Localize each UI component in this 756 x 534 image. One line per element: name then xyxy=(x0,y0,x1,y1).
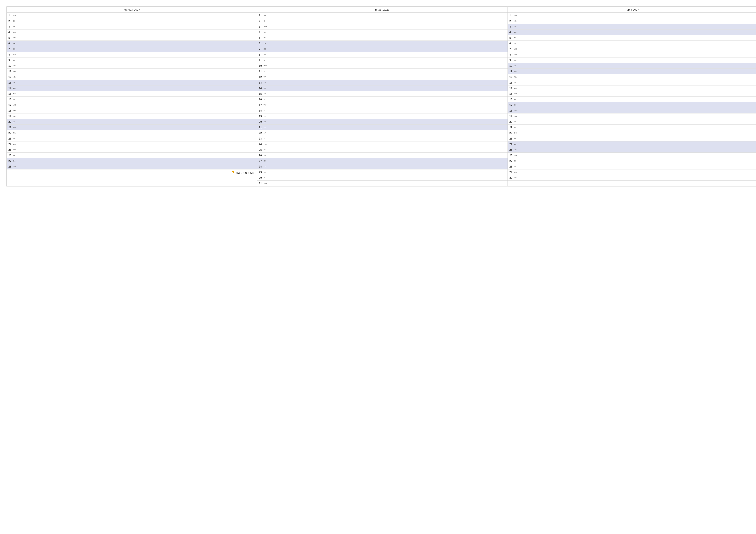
day-number: 23 xyxy=(509,137,514,140)
day-name: ZO xyxy=(263,165,266,167)
day-row: 19VR xyxy=(7,114,257,119)
day-name: ZO xyxy=(13,165,15,167)
day-name: ZO xyxy=(13,48,15,50)
day-row: 27ZA xyxy=(257,158,507,164)
day-row: 6ZA xyxy=(257,41,507,46)
day-number: 16 xyxy=(9,98,13,101)
day-name: MA xyxy=(263,14,266,16)
day-name: WO xyxy=(514,126,517,128)
day-row: 11DO xyxy=(7,69,257,74)
day-row: 16DI xyxy=(7,97,257,102)
day-name: VR xyxy=(514,59,517,61)
day-name: MA xyxy=(13,54,16,56)
day-number: 15 xyxy=(259,92,263,95)
day-row: 12VR xyxy=(257,74,507,80)
day-row: 5VR xyxy=(257,35,507,41)
day-number: 21 xyxy=(509,126,514,129)
day-name: ZA xyxy=(13,160,15,162)
day-row: 15MA xyxy=(257,91,507,97)
day-name: ZO xyxy=(514,149,517,151)
month-header: maart 2027 xyxy=(257,7,507,13)
day-number: 2 xyxy=(509,20,514,23)
day-number: 9 xyxy=(9,59,13,62)
day-name: VR xyxy=(13,115,15,117)
day-number: 20 xyxy=(259,120,263,123)
day-row: 26VR xyxy=(7,153,257,158)
day-number: 3 xyxy=(509,25,514,28)
day-number: 8 xyxy=(259,53,263,56)
day-number: 13 xyxy=(509,81,514,84)
month-col-3: april 20271DO2VR3ZA4ZO5MA6DI7WO8DO9VR10Z… xyxy=(508,7,756,186)
day-name: ZO xyxy=(263,126,266,128)
day-row: 12VR xyxy=(7,74,257,80)
day-number: 16 xyxy=(259,98,263,101)
day-number: 14 xyxy=(259,87,263,90)
day-name: MA xyxy=(514,37,517,39)
day-row: 13ZA xyxy=(257,80,507,86)
day-row: 17WO xyxy=(257,102,507,108)
day-row: 24ZA xyxy=(508,141,756,147)
day-name: DI xyxy=(263,59,265,61)
day-number: 12 xyxy=(259,76,263,79)
day-number: 19 xyxy=(509,115,514,118)
day-number: 14 xyxy=(9,87,13,90)
day-name: ZO xyxy=(514,31,517,33)
day-row: 13DI xyxy=(508,80,756,86)
day-name: VR xyxy=(13,76,15,78)
day-name: DI xyxy=(263,138,265,140)
day-number: 5 xyxy=(509,37,514,39)
day-number: 28 xyxy=(9,165,13,168)
day-name: ZO xyxy=(13,87,15,89)
day-row: 18ZO xyxy=(508,108,756,114)
day-number: 25 xyxy=(9,148,13,151)
day-row: 5VR xyxy=(7,35,257,41)
day-name: ZA xyxy=(514,143,516,145)
day-number: 4 xyxy=(9,31,13,34)
day-row: 9DI xyxy=(257,58,507,63)
day-name: WO xyxy=(263,104,267,106)
day-row: 20ZA xyxy=(257,119,507,125)
day-number: 18 xyxy=(259,109,263,112)
day-row: 19VR xyxy=(257,114,507,119)
day-name: DO xyxy=(514,171,517,173)
day-number: 18 xyxy=(509,109,514,112)
day-number: 8 xyxy=(9,53,13,56)
day-number: 20 xyxy=(9,120,13,123)
day-name: DI xyxy=(514,82,516,84)
day-name: WO xyxy=(514,87,517,89)
day-name: WO xyxy=(263,65,267,67)
day-name: DI xyxy=(514,42,516,44)
day-row: 24WO xyxy=(257,141,507,147)
day-row: 8MA xyxy=(7,52,257,58)
day-row: 1MA xyxy=(257,13,507,18)
day-number: 9 xyxy=(259,59,263,62)
day-row: 14ZO xyxy=(7,86,257,91)
day-name: VR xyxy=(263,154,266,156)
day-row: 1DO xyxy=(508,13,756,18)
day-number: 29 xyxy=(509,171,514,174)
day-name: ZA xyxy=(13,42,15,44)
day-row: 10WO xyxy=(257,63,507,69)
day-name: DI xyxy=(514,160,516,162)
day-name: ZA xyxy=(263,121,266,123)
day-name: DO xyxy=(13,70,16,72)
day-name: DI xyxy=(13,138,15,140)
day-number: 16 xyxy=(509,98,514,101)
day-name: DO xyxy=(13,149,16,151)
day-row: 18DO xyxy=(7,108,257,114)
day-name: DI xyxy=(13,59,15,61)
day-row: 11ZO xyxy=(508,69,756,74)
day-number: 27 xyxy=(259,160,263,163)
day-number: 1 xyxy=(9,14,13,17)
day-row: 22DO xyxy=(508,130,756,136)
day-number: 25 xyxy=(259,148,263,151)
day-row: 4DO xyxy=(7,30,257,35)
day-row: 14WO xyxy=(508,86,756,91)
day-row: 17WO xyxy=(7,102,257,108)
day-number: 13 xyxy=(259,81,263,84)
day-name: WO xyxy=(13,104,16,106)
day-row: 28ZO xyxy=(257,164,507,169)
day-name: DI xyxy=(263,98,265,100)
day-number: 2 xyxy=(9,20,13,23)
day-number: 11 xyxy=(9,70,13,73)
